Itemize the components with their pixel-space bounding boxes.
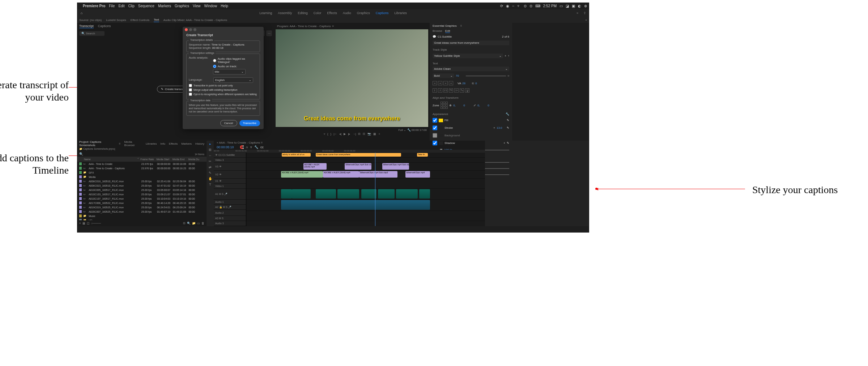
bg-swatch[interactable] (439, 134, 443, 137)
track-select[interactable]: Mix⌄ (213, 69, 246, 75)
menu-view[interactable]: View (193, 4, 201, 8)
trash-icon[interactable]: 🗑 (201, 222, 204, 225)
caption-clip[interactable]: Great ideas come from everywhere (316, 153, 401, 157)
add-marker-icon[interactable]: ▿ (324, 132, 325, 136)
align-justify-icon[interactable]: ≡ (449, 81, 453, 85)
video-clip[interactable]: ADOBE x ALEX [16x9].mp4 (281, 171, 323, 178)
project-item[interactable]: 📁GFX (77, 170, 207, 175)
proj-tab-effects[interactable]: Effects (169, 142, 178, 145)
zone-bl[interactable] (441, 107, 443, 109)
proj-tab-mediabrowser[interactable]: Media Browser (124, 140, 142, 147)
project-item[interactable]: ▭A010C107_160517_R1JC.mov25.00 fps03:10:… (77, 196, 207, 201)
ws-overflow-icon[interactable]: » (576, 11, 578, 15)
home-icon[interactable]: ⌂ (81, 11, 82, 15)
audio-clip[interactable] (361, 189, 376, 199)
tray-icon-1[interactable]: ▭ (559, 4, 563, 8)
v1-header[interactable]: V1 👁 (215, 180, 222, 182)
fit-dropdown[interactable]: Full (398, 128, 403, 132)
menu-help[interactable]: Help (221, 4, 228, 8)
project-item[interactable]: ▭AAA - Time to Create23.976 fps00:00:00:… (77, 162, 207, 166)
eg-browse-tab[interactable]: Browse (433, 29, 442, 33)
filter-icon[interactable]: 🔍 (79, 152, 83, 156)
subscript-icon[interactable]: T₂ (460, 88, 464, 93)
go-in-icon[interactable]: |← (333, 132, 337, 136)
eyedropper-icon[interactable]: ✎ (507, 141, 509, 145)
project-item[interactable]: ▭A006C023_160510_R1JC.mov25.00 fps02:47:… (77, 183, 207, 188)
align-center-icon[interactable]: ≡ (438, 81, 442, 85)
col-fps[interactable]: Frame Rate (140, 158, 156, 161)
font-size-input[interactable]: 70 (456, 74, 464, 77)
ripple-tool-icon[interactable]: ↔ (209, 154, 212, 157)
add-shadow-icon[interactable]: + (503, 141, 505, 145)
ws-libraries[interactable]: Libraries (394, 11, 407, 15)
audio-clip[interactable] (281, 189, 292, 199)
go-out-icon[interactable]: →| (352, 132, 356, 136)
freeform-view-icon[interactable]: ◫ (87, 222, 90, 225)
track-select-tool-icon[interactable]: ⊞ (209, 148, 212, 152)
a3-header[interactable]: A3 M S (215, 217, 224, 220)
menu-window[interactable]: Window (204, 4, 217, 8)
panel-menu-icon[interactable]: » (586, 18, 587, 22)
project-item[interactable]: ▭A010C095_160517_R1JC.mov25.00 fps03:05:… (77, 188, 207, 192)
col-name[interactable]: Name (84, 158, 137, 161)
zone-mr[interactable] (446, 104, 448, 106)
project-item[interactable]: 📁Media (77, 175, 207, 179)
zone-ml[interactable] (441, 104, 443, 106)
keyboard-icon[interactable]: ⌨ (535, 4, 540, 8)
project-item[interactable]: ▭A010C103_160517_R1JC.mov25.00 fps03:09:… (77, 192, 207, 196)
proj-tab-project[interactable]: Project: Captions Screenshots (79, 140, 115, 147)
eg-caption-text[interactable]: Great ideas come from everywhere (434, 41, 479, 44)
size-reset-icon[interactable]: ○ (507, 74, 509, 77)
eg-edit-tab[interactable]: Edit (445, 29, 450, 33)
settings-icon[interactable]: 🔧 (254, 145, 258, 149)
leading-input[interactable]: 0 (475, 82, 484, 85)
audio-clip[interactable] (419, 189, 430, 199)
tray-icon-5[interactable]: ⊕ (584, 4, 587, 8)
check-inout[interactable] (189, 84, 192, 87)
audio-clip[interactable] (281, 200, 430, 210)
eyedropper-icon[interactable]: ✎ (507, 126, 509, 129)
video-clip[interactable]: SilbersaltClips.mp4.Sub.clip3 (382, 163, 409, 170)
cancel-button[interactable]: Cancel (220, 120, 237, 126)
scale-x[interactable]: 0, (477, 104, 486, 107)
lift-icon[interactable]: ⊟ (358, 132, 361, 136)
proj-tab-history[interactable]: History (195, 142, 204, 145)
sort-icon[interactable]: ⌃ (137, 158, 140, 161)
stroke-width[interactable]: 13.0 (497, 126, 505, 129)
add-stroke-icon[interactable]: + (493, 126, 495, 129)
tab-source[interactable]: Source: (no clips) (79, 18, 102, 22)
project-body[interactable]: ▭AAA - Time to Create23.976 fps00:00:00:… (77, 162, 207, 220)
font-select[interactable]: Adobe Clean⌄ (433, 67, 509, 71)
col-end[interactable]: Media End (173, 158, 188, 161)
audio-clip[interactable] (316, 189, 336, 199)
a2-header[interactable]: A2 🔒 M S 🎤 (215, 206, 231, 209)
slip-tool-icon[interactable]: ⇄ (209, 165, 212, 169)
ws-graphics[interactable]: Graphics (357, 11, 370, 15)
timecode-display[interactable]: 00:00:05:10 (217, 145, 234, 149)
superscript-icon[interactable]: T² (454, 88, 459, 93)
ws-learning[interactable]: Learning (259, 11, 272, 15)
audio-clip[interactable] (378, 189, 395, 199)
video-clip[interactable]: ADOBE x ALEX [16x9].mp4 (323, 171, 359, 178)
ws-captions[interactable]: Captions (376, 11, 389, 15)
marker-icon[interactable]: ▿ (250, 145, 252, 149)
hand-tool-icon[interactable]: ✋ (208, 177, 212, 180)
tray-icon-4[interactable]: ◐ (578, 4, 581, 8)
wrench-icon[interactable]: 🔧 (506, 112, 509, 116)
underline-icon[interactable]: U̲ (465, 88, 469, 93)
audio-clip[interactable] (337, 189, 359, 199)
ws-audio[interactable]: Audio (343, 11, 351, 15)
tab-audio-mixer[interactable]: Audio Clip Mixer: AAA - Time to Create -… (163, 18, 227, 22)
proj-tab-info[interactable]: Info (161, 142, 165, 145)
zone-tc[interactable] (443, 102, 445, 104)
linked-sel-icon[interactable]: ∩ (246, 145, 248, 149)
menu-markers[interactable]: Markers (158, 4, 171, 8)
zone-bc[interactable] (443, 107, 445, 109)
scale-y[interactable]: 0 (488, 104, 496, 107)
radio-track[interactable] (213, 65, 216, 68)
menu-file[interactable]: File (109, 4, 115, 8)
step-fwd-icon[interactable]: |▸ (348, 132, 350, 136)
size-slider[interactable] (466, 76, 506, 76)
playhead[interactable] (375, 153, 375, 226)
tab-transcript[interactable]: Transcript (79, 24, 94, 28)
